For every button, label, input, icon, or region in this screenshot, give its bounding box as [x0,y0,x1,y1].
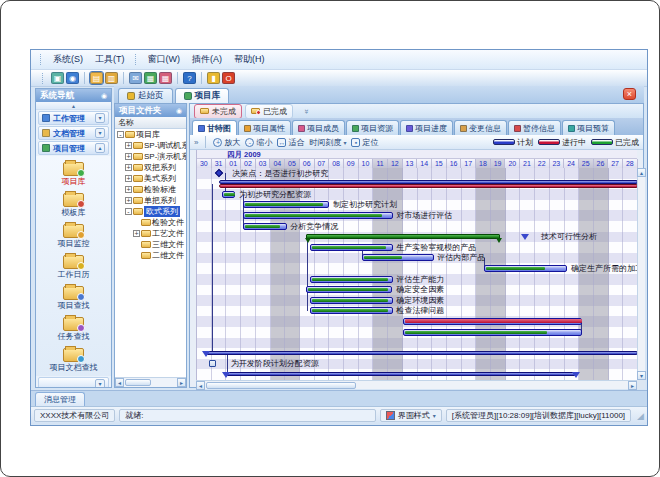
tab-project-budget[interactable]: 项目预算 [562,120,615,135]
toolbar-grid-red-icon[interactable]: ▦ [159,72,172,84]
tree-node[interactable]: -项目库 [115,129,186,140]
pin-icon[interactable]: ◉ [176,107,182,115]
tree-node[interactable]: +美式系列 [115,173,186,184]
zoom-out-button[interactable]: -缩小 [245,137,272,148]
nav-group-document-management[interactable]: 文档管理▾ [38,126,109,140]
tab-project-members[interactable]: 项目成员 [292,120,345,135]
toolbar-overflow-chevron[interactable]: » [194,138,198,147]
toolbar-folder-tree-icon[interactable]: ▥ [105,72,118,84]
gantt-task-bar[interactable] [306,286,393,293]
tree-node[interactable]: +双把系列 [115,162,186,173]
tree-node[interactable]: 检验文件 [115,217,186,228]
tab-message-management[interactable]: 消息管理 [35,392,85,406]
gantt-summary-plan-bar[interactable] [219,180,638,184]
menu-item-2[interactable]: 窗口(W) [142,51,187,68]
gantt-task-bar[interactable] [222,191,235,198]
gantt-task-bar[interactable] [310,276,392,283]
resize-grip-icon[interactable]: ◢ [637,411,644,421]
pin-icon[interactable]: ◉ [101,92,107,100]
toolbar-app-icon[interactable]: ▣ [51,72,64,84]
chevron-down-icon[interactable]: ▾ [95,113,105,123]
tab-project-progress[interactable]: 项目进度 [400,120,453,135]
gantt-summary-actual-bar[interactable] [219,184,638,188]
filter-unfinished-button[interactable]: 未完成 [194,104,242,119]
collapse-icon[interactable]: - [125,208,132,215]
tab-change-info[interactable]: 变更信息 [454,120,507,135]
gantt-task-bar[interactable] [362,254,434,261]
tab-project-library[interactable]: 项目库 [175,88,230,103]
toolbar-mail-icon[interactable]: ✉ [129,72,142,84]
fit-button[interactable]: ↔适合 [277,137,304,148]
gantt-task-bar[interactable] [484,265,568,272]
gantt-pentagon-milestone[interactable] [521,234,529,240]
expand-icon[interactable]: + [125,142,132,149]
menu-item-0[interactable]: 系统(S) [47,51,89,68]
gantt-node[interactable] [209,360,216,367]
tree-node[interactable]: +检验标准 [115,184,186,195]
gantt-horizontal-scrollbar[interactable]: ◂ ▸ [196,380,637,389]
scroll-right-icon[interactable]: ▸ [177,378,186,387]
menu-item-4[interactable]: 帮助(H) [228,51,271,68]
sidebar-item-project-library[interactable]: 项目库 [36,159,111,190]
scroll-up-icon[interactable]: ▴ [637,168,646,177]
chevron-down-icon[interactable]: ▾ [95,379,105,388]
expand-icon[interactable]: + [125,186,132,193]
toolbar-help-icon[interactable]: ? [183,72,196,84]
gantt-task-bar[interactable] [310,244,392,251]
toolbar-lock-icon[interactable]: ▮ [207,72,220,84]
toolbar-grid-green-icon[interactable]: ▦ [144,72,157,84]
tab-home[interactable]: 起始页 [118,88,173,103]
sidebar-item-project-monitor[interactable]: 项目监控 [36,221,111,252]
scrollbar-thumb[interactable] [125,379,151,386]
gantt-task-bar[interactable] [310,307,392,314]
sidebar-item-work-calendar[interactable]: 工作日历 [36,252,111,283]
nav-group-clipped[interactable]: ▾ [38,377,109,388]
scroll-right-icon[interactable]: ▸ [628,381,637,390]
gantt-task-bar[interactable] [243,212,393,219]
nav-scroll-up-icon[interactable]: ▴ [36,102,111,110]
tree-horizontal-scrollbar[interactable]: ◂ ▸ [115,377,186,387]
gantt-task-bar[interactable] [403,318,582,325]
tree-node[interactable]: 二维文件 [115,250,186,261]
chevron-up-icon[interactable]: ▴ [95,143,105,153]
expand-icon[interactable]: + [125,164,132,171]
zoom-in-button[interactable]: +放大 [213,137,240,148]
tree-node[interactable]: +单把系列 [115,195,186,206]
scroll-left-icon[interactable]: ◂ [196,381,205,390]
tree-node[interactable]: +SP-调试机系 [115,140,186,151]
close-icon[interactable]: × [623,88,636,100]
filter-finished-button[interactable]: 已完成 [245,104,293,119]
tree-node[interactable]: -欧式系列 [115,206,186,217]
nav-group-work-management[interactable]: 工作管理▾ [38,111,109,125]
gantt-task-bar[interactable] [310,297,392,304]
tab-gantt-chart[interactable]: 甘特图 [192,120,237,135]
tree-node[interactable]: +SP-演示机系 [115,151,186,162]
more-options-chevron-icon[interactable]: » [302,109,311,113]
sidebar-item-project-doc-search[interactable]: 项目文档查找 [36,345,111,376]
expand-icon[interactable]: + [125,197,132,204]
menu-item-1[interactable]: 工具(T) [89,51,131,68]
scroll-down-icon[interactable]: ▾ [637,371,646,380]
tab-project-properties[interactable]: 项目属性 [238,120,291,135]
gantt-rollup-bar[interactable] [206,351,638,355]
expand-icon[interactable]: + [133,230,140,237]
ui-style-button[interactable]: 界面样式 ▾ [380,409,442,422]
gantt-rollup-bar[interactable] [226,372,576,376]
sidebar-item-task-search[interactable]: 任务查找 [36,314,111,345]
scroll-left-icon[interactable]: ◂ [115,378,124,387]
gantt-phase-bar[interactable] [306,234,500,239]
menu-item-3[interactable]: 插件(A) [186,51,228,68]
toolbar-folder-open-icon[interactable]: ▤ [90,72,103,84]
sidebar-item-project-search[interactable]: 项目查找 [36,283,111,314]
tree-node[interactable]: +工艺文件 [115,228,186,239]
scrollbar-thumb[interactable] [206,382,356,389]
gantt-vertical-scrollbar[interactable]: ▴ ▾ [637,168,645,380]
toolbar-globe-icon[interactable]: ◉ [66,72,79,84]
tree-node[interactable]: 三维文件 [115,239,186,250]
gantt-task-bar[interactable] [243,223,287,230]
toolbar-exit-icon[interactable]: O [222,72,235,84]
expand-icon[interactable]: + [125,153,132,160]
chevron-down-icon[interactable]: ▾ [95,128,105,138]
locate-button[interactable]: ▪定位 [351,137,378,148]
tab-pause-info[interactable]: 暂停信息 [508,120,561,135]
